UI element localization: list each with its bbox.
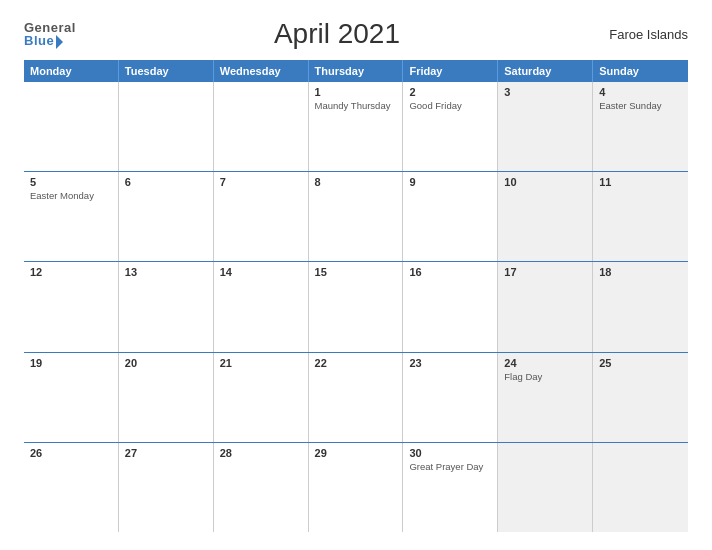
day-number: 7 — [220, 176, 302, 188]
calendar-cell: 7 — [214, 172, 309, 261]
day-event: Easter Monday — [30, 190, 112, 202]
calendar-header-cell: Saturday — [498, 60, 593, 82]
calendar-header-cell: Sunday — [593, 60, 688, 82]
calendar-page: General Blue April 2021 Faroe Islands Mo… — [0, 0, 712, 550]
calendar-cell: 9 — [403, 172, 498, 261]
calendar-cell: 11 — [593, 172, 688, 261]
day-number: 25 — [599, 357, 682, 369]
calendar-title: April 2021 — [76, 18, 598, 50]
day-number: 26 — [30, 447, 112, 459]
day-number: 20 — [125, 357, 207, 369]
day-event: Flag Day — [504, 371, 586, 383]
calendar-grid: MondayTuesdayWednesdayThursdayFridaySatu… — [24, 60, 688, 532]
day-number: 4 — [599, 86, 682, 98]
day-number: 30 — [409, 447, 491, 459]
calendar-cell: 18 — [593, 262, 688, 351]
day-number: 3 — [504, 86, 586, 98]
day-number: 1 — [315, 86, 397, 98]
logo-blue-text: Blue — [24, 34, 76, 47]
calendar-cell: 26 — [24, 443, 119, 532]
calendar-cell: 27 — [119, 443, 214, 532]
calendar-cell: 12 — [24, 262, 119, 351]
day-number: 15 — [315, 266, 397, 278]
calendar-header-row: MondayTuesdayWednesdayThursdayFridaySatu… — [24, 60, 688, 82]
day-number: 28 — [220, 447, 302, 459]
calendar-cell: 21 — [214, 353, 309, 442]
calendar-body: 1Maundy Thursday2Good Friday34Easter Sun… — [24, 82, 688, 532]
calendar-cell: 13 — [119, 262, 214, 351]
day-number: 24 — [504, 357, 586, 369]
day-number: 11 — [599, 176, 682, 188]
day-number: 23 — [409, 357, 491, 369]
calendar-cell: 5Easter Monday — [24, 172, 119, 261]
calendar-header-cell: Monday — [24, 60, 119, 82]
calendar-cell: 3 — [498, 82, 593, 171]
calendar-cell: 20 — [119, 353, 214, 442]
day-event: Great Prayer Day — [409, 461, 491, 473]
calendar-cell — [214, 82, 309, 171]
calendar-week: 1Maundy Thursday2Good Friday34Easter Sun… — [24, 82, 688, 172]
day-number: 17 — [504, 266, 586, 278]
calendar-week: 12131415161718 — [24, 262, 688, 352]
calendar-cell: 19 — [24, 353, 119, 442]
calendar-cell: 23 — [403, 353, 498, 442]
day-number: 18 — [599, 266, 682, 278]
calendar-cell: 24Flag Day — [498, 353, 593, 442]
calendar-cell: 10 — [498, 172, 593, 261]
region-label: Faroe Islands — [598, 27, 688, 42]
calendar-week: 5Easter Monday67891011 — [24, 172, 688, 262]
day-number: 13 — [125, 266, 207, 278]
calendar-cell — [593, 443, 688, 532]
logo-triangle-icon — [56, 35, 63, 49]
day-number: 22 — [315, 357, 397, 369]
day-number: 2 — [409, 86, 491, 98]
day-number: 9 — [409, 176, 491, 188]
calendar-cell: 4Easter Sunday — [593, 82, 688, 171]
day-number: 27 — [125, 447, 207, 459]
calendar-cell: 16 — [403, 262, 498, 351]
calendar-cell: 17 — [498, 262, 593, 351]
day-number: 19 — [30, 357, 112, 369]
calendar-cell: 2Good Friday — [403, 82, 498, 171]
calendar-week: 2627282930Great Prayer Day — [24, 443, 688, 532]
calendar-header-cell: Wednesday — [214, 60, 309, 82]
day-number: 10 — [504, 176, 586, 188]
calendar-header-cell: Friday — [403, 60, 498, 82]
calendar-cell: 25 — [593, 353, 688, 442]
day-event: Easter Sunday — [599, 100, 682, 112]
calendar-cell: 29 — [309, 443, 404, 532]
calendar-cell — [24, 82, 119, 171]
day-event: Maundy Thursday — [315, 100, 397, 112]
calendar-cell: 14 — [214, 262, 309, 351]
calendar-cell: 28 — [214, 443, 309, 532]
calendar-cell — [119, 82, 214, 171]
day-number: 5 — [30, 176, 112, 188]
day-number: 29 — [315, 447, 397, 459]
day-number: 6 — [125, 176, 207, 188]
calendar-cell: 30Great Prayer Day — [403, 443, 498, 532]
day-number: 14 — [220, 266, 302, 278]
calendar-header-cell: Tuesday — [119, 60, 214, 82]
day-number: 16 — [409, 266, 491, 278]
day-number: 21 — [220, 357, 302, 369]
calendar-cell: 22 — [309, 353, 404, 442]
calendar-week: 192021222324Flag Day25 — [24, 353, 688, 443]
calendar-cell: 8 — [309, 172, 404, 261]
calendar-cell: 15 — [309, 262, 404, 351]
header: General Blue April 2021 Faroe Islands — [24, 18, 688, 50]
day-number: 8 — [315, 176, 397, 188]
day-event: Good Friday — [409, 100, 491, 112]
calendar-cell: 6 — [119, 172, 214, 261]
calendar-cell: 1Maundy Thursday — [309, 82, 404, 171]
calendar-cell — [498, 443, 593, 532]
calendar-header-cell: Thursday — [309, 60, 404, 82]
logo: General Blue — [24, 21, 76, 47]
day-number: 12 — [30, 266, 112, 278]
